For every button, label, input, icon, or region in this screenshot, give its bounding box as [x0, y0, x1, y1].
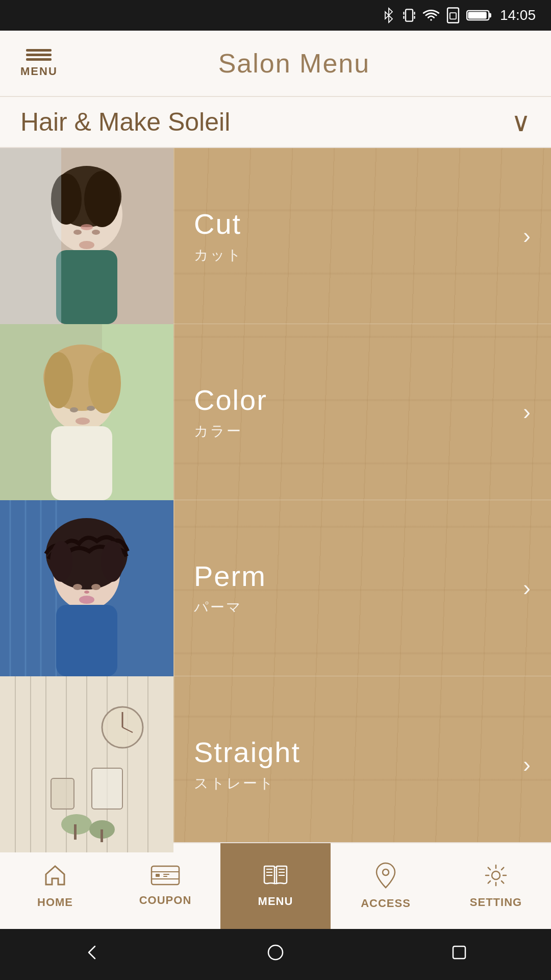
- svg-point-40: [101, 541, 123, 582]
- column-separator: [173, 148, 174, 852]
- svg-rect-60: [51, 778, 74, 809]
- svg-point-44: [79, 596, 94, 604]
- setting-nav-label: SETTING: [470, 896, 522, 909]
- cut-chevron-icon: ›: [523, 223, 531, 249]
- svg-rect-68: [156, 874, 160, 877]
- battery-icon: [466, 8, 492, 22]
- home-nav-label: HOME: [37, 896, 73, 909]
- svg-rect-41: [56, 605, 117, 676]
- svg-point-79: [383, 869, 389, 875]
- svg-rect-59: [92, 768, 122, 809]
- color-title-jp: カラー: [194, 422, 525, 441]
- nav-access-button[interactable]: ACCESS: [331, 843, 441, 929]
- menu-grid: Cut カット › Co: [0, 148, 551, 852]
- straight-image: [0, 676, 173, 852]
- vibrate-icon: [402, 7, 416, 24]
- svg-point-14: [84, 171, 120, 227]
- straight-menu-item[interactable]: Straight ストレート ›: [173, 676, 551, 852]
- svg-point-80: [492, 871, 500, 879]
- svg-rect-22: [102, 324, 173, 500]
- time-display: 14:05: [500, 7, 536, 23]
- svg-rect-3: [403, 16, 404, 19]
- menu-hamburger-button[interactable]: MENU: [20, 49, 58, 78]
- android-navigation-bar: [0, 929, 551, 980]
- svg-rect-63: [74, 824, 77, 840]
- coupon-icon: [151, 865, 180, 890]
- svg-rect-1: [403, 12, 404, 15]
- svg-point-17: [92, 230, 100, 235]
- access-pin-icon: [375, 862, 396, 893]
- header: MENU Salon Menu: [0, 31, 551, 97]
- menu-line-3: [26, 58, 52, 61]
- svg-point-28: [70, 407, 78, 412]
- android-home-button[interactable]: [265, 942, 286, 967]
- menu-line-1: [26, 49, 52, 52]
- svg-point-30: [76, 418, 90, 425]
- menu-nav-label: MENU: [258, 895, 293, 908]
- app-wrapper: 14:05 MENU Salon Menu Hair & Make Soleil…: [0, 0, 551, 929]
- cut-image: [0, 148, 173, 324]
- svg-point-20: [81, 224, 93, 230]
- nav-menu-button[interactable]: MENU: [220, 843, 331, 929]
- svg-rect-27: [51, 426, 112, 500]
- nav-coupon-button[interactable]: COUPON: [110, 843, 220, 929]
- salon-name-bar[interactable]: Hair & Make Soleil ∨: [0, 97, 551, 148]
- svg-rect-5: [447, 8, 459, 22]
- svg-rect-15: [56, 250, 117, 324]
- svg-point-29: [87, 406, 95, 411]
- svg-rect-9: [468, 12, 486, 19]
- status-bar: 14:05: [0, 0, 551, 31]
- svg-point-25: [44, 352, 73, 408]
- color-menu-item[interactable]: Color カラー ›: [173, 324, 551, 500]
- android-back-button[interactable]: [82, 942, 102, 967]
- perm-chevron-icon: ›: [523, 575, 531, 601]
- page-title: Salon Menu: [58, 48, 531, 79]
- status-icons: [382, 7, 492, 24]
- setting-gear-icon: [484, 863, 508, 892]
- straight-title-en: Straight: [194, 736, 525, 769]
- coupon-nav-label: COUPON: [139, 894, 192, 907]
- perm-title-en: Perm: [194, 559, 525, 593]
- nav-home-button[interactable]: HOME: [0, 843, 110, 929]
- svg-point-16: [73, 230, 82, 235]
- chevron-down-icon: ∨: [511, 107, 531, 137]
- svg-point-39: [50, 541, 72, 582]
- svg-rect-6: [450, 13, 456, 19]
- svg-rect-19: [0, 148, 61, 324]
- straight-chevron-icon: ›: [523, 752, 531, 777]
- svg-point-42: [73, 584, 82, 590]
- svg-rect-82: [453, 946, 465, 959]
- access-nav-label: ACCESS: [361, 897, 411, 910]
- svg-point-26: [88, 352, 121, 413]
- salon-name-text: Hair & Make Soleil: [20, 107, 511, 137]
- color-image: [0, 324, 173, 500]
- android-recent-button[interactable]: [449, 942, 469, 967]
- cut-menu-item[interactable]: Cut カット ›: [173, 148, 551, 324]
- svg-rect-64: [101, 829, 103, 842]
- svg-rect-8: [489, 13, 491, 17]
- sim-icon: [446, 7, 460, 24]
- svg-point-18: [79, 241, 94, 249]
- svg-point-81: [268, 945, 283, 960]
- perm-image: [0, 500, 173, 676]
- svg-rect-69: [163, 874, 169, 875]
- svg-rect-4: [414, 16, 415, 19]
- menu-book-icon: [262, 864, 289, 891]
- main-content: Cut カット › Co: [0, 148, 551, 852]
- nav-setting-button[interactable]: SETTING: [441, 843, 551, 929]
- svg-rect-0: [406, 9, 413, 21]
- color-title-en: Color: [194, 383, 525, 416]
- wifi-icon: [422, 8, 440, 22]
- menu-hamburger-label: MENU: [20, 65, 58, 78]
- bluetooth-icon: [382, 7, 396, 24]
- cut-title-jp: カット: [194, 246, 525, 265]
- menu-line-2: [26, 54, 52, 56]
- svg-point-45: [84, 591, 89, 594]
- color-chevron-icon: ›: [523, 399, 531, 425]
- cut-title-en: Cut: [194, 207, 525, 240]
- svg-point-43: [91, 584, 101, 590]
- perm-menu-item[interactable]: Perm パーマ ›: [173, 500, 551, 676]
- home-icon: [43, 863, 67, 892]
- bottom-navigation: HOME COUPON: [0, 842, 551, 929]
- svg-rect-2: [414, 12, 415, 15]
